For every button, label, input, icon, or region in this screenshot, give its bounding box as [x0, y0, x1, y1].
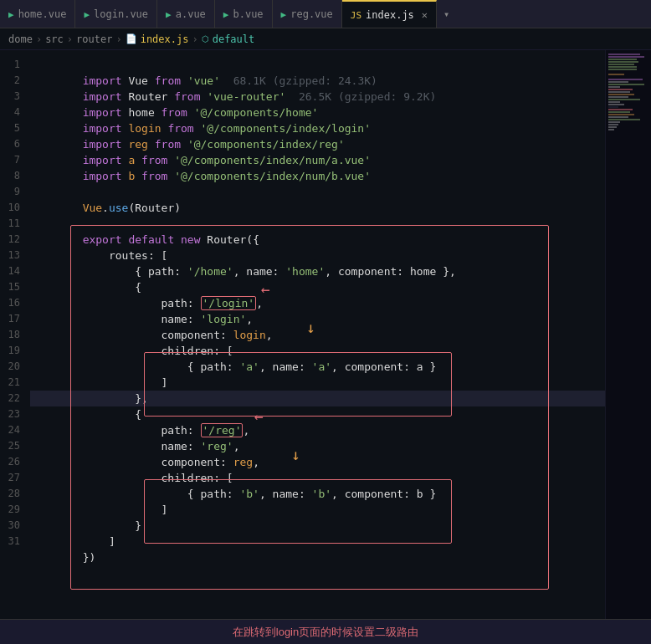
- tab-label: b.vue: [233, 8, 263, 20]
- vue-icon: ▶: [281, 9, 287, 20]
- code-line-1: import Vue from 'vue' 68.1K (gzipped: 24…: [30, 57, 605, 73]
- code-line-31: }): [30, 534, 605, 549]
- tab-reg-vue[interactable]: ▶ reg.vue: [273, 0, 342, 28]
- minimap: [605, 50, 651, 619]
- tab-label: index.js: [366, 9, 414, 21]
- tab-login-vue[interactable]: ▶ login.vue: [75, 0, 157, 28]
- tab-b-vue[interactable]: ▶ b.vue: [215, 0, 273, 28]
- tab-bar: ▶ home.vue ▶ login.vue ▶ a.vue ▶ b.vue ▶…: [0, 0, 651, 28]
- app-container: ▶ home.vue ▶ login.vue ▶ a.vue ▶ b.vue ▶…: [0, 0, 651, 644]
- tab-home-vue[interactable]: ▶ home.vue: [0, 0, 75, 28]
- tab-label: login.vue: [94, 8, 148, 20]
- breadcrumb-router: router: [76, 33, 112, 45]
- status-bar: 在跳转到login页面的时候设置二级路由: [0, 619, 651, 644]
- breadcrumb-folder-icon: 📄: [126, 33, 137, 44]
- tab-label: a.vue: [176, 8, 206, 20]
- code-content: import Vue from 'vue' 68.1K (gzipped: 24…: [27, 50, 605, 619]
- js-icon: JS: [351, 10, 361, 21]
- vue-icon: ▶: [84, 9, 90, 20]
- chevron-icon: ▾: [443, 8, 449, 20]
- breadcrumb-src: src: [45, 33, 64, 45]
- vue-icon: ▶: [166, 9, 172, 20]
- breadcrumb-dome: dome: [8, 33, 33, 45]
- breadcrumb: dome › src › router › 📄 index.js › ⬡ def…: [0, 28, 651, 50]
- vue-icon: ▶: [8, 9, 14, 20]
- line-numbers: 1234567 891011121314 15161718192021 2223…: [0, 50, 27, 619]
- close-icon[interactable]: ✕: [422, 9, 428, 21]
- tab-a-vue[interactable]: ▶ a.vue: [157, 0, 215, 28]
- breadcrumb-sep4: ›: [192, 33, 197, 45]
- editor-area: 1234567 891011121314 15161718192021 2223…: [0, 50, 651, 619]
- tab-more[interactable]: ▾: [437, 0, 456, 28]
- tab-index-js[interactable]: JS index.js ✕: [342, 0, 437, 28]
- breadcrumb-sep1: ›: [36, 33, 42, 45]
- tab-label: home.vue: [18, 8, 67, 20]
- breadcrumb-sep2: ›: [67, 33, 73, 45]
- tab-label: reg.vue: [290, 8, 333, 20]
- breadcrumb-sep3: ›: [115, 33, 121, 45]
- vue-icon: ▶: [223, 9, 229, 20]
- breadcrumb-file: index.js: [141, 33, 189, 45]
- breadcrumb-export-icon: ⬡: [202, 34, 209, 43]
- code-line-11: export default new Router({: [30, 216, 605, 232]
- status-text: 在跳转到login页面的时候设置二级路由: [233, 625, 418, 640]
- code-line-9: Vue.use(Router): [30, 184, 605, 200]
- breadcrumb-default: default: [213, 33, 255, 45]
